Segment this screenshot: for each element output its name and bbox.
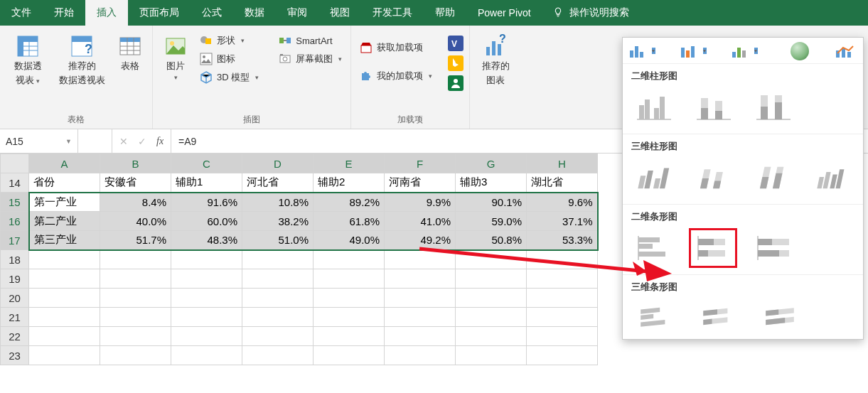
- percent-stacked-bar-option[interactable]: [752, 232, 793, 264]
- cell[interactable]: 53.3%: [527, 231, 598, 250]
- cell[interactable]: 41.0%: [385, 212, 456, 231]
- table-row[interactable]: 20: [1, 289, 598, 308]
- clustered-bar-option[interactable]: [633, 232, 674, 264]
- cell[interactable]: 50.8%: [456, 231, 527, 250]
- cell[interactable]: 辅助3: [456, 173, 527, 193]
- tab-review[interactable]: 审阅: [276, 0, 318, 26]
- screenshot-button[interactable]: 屏幕截图▾: [276, 51, 345, 67]
- cell[interactable]: 91.6%: [171, 193, 242, 212]
- cell[interactable]: 59.0%: [456, 212, 527, 231]
- tab-insert[interactable]: 插入: [85, 0, 128, 26]
- people-icon[interactable]: [448, 75, 464, 91]
- cell[interactable]: 省份: [29, 173, 100, 193]
- cell[interactable]: 38.2%: [242, 212, 314, 231]
- cell[interactable]: 辅助1: [171, 173, 242, 193]
- row-header[interactable]: 23: [1, 346, 29, 365]
- cell[interactable]: 48.3%: [171, 231, 242, 250]
- table-row[interactable]: 22: [1, 327, 598, 346]
- col-header[interactable]: H: [527, 154, 598, 173]
- cancel-formula-icon[interactable]: ✕: [119, 136, 128, 147]
- row-header[interactable]: 22: [1, 327, 29, 346]
- cell[interactable]: 89.2%: [314, 193, 385, 212]
- get-addins-button[interactable]: 获取加载项: [357, 40, 435, 55]
- cell[interactable]: 辅助2: [314, 173, 385, 193]
- clustered-column-option[interactable]: [633, 91, 674, 124]
- stacked-column-3d-option[interactable]: [692, 161, 734, 194]
- table-row[interactable]: 19: [1, 269, 598, 289]
- table-row[interactable]: 14 省份 安徽省 辅助1 河北省 辅助2 河南省 辅助3 湖北省: [1, 173, 598, 193]
- row-header[interactable]: 21: [1, 308, 29, 327]
- fx-icon[interactable]: fx: [156, 136, 164, 147]
- tab-powerpivot[interactable]: Power Pivot: [466, 0, 542, 26]
- my-addins-button[interactable]: 我的加载项▾: [357, 68, 435, 84]
- stacked-column-option[interactable]: [692, 91, 734, 124]
- combo-chart-button[interactable]: [835, 43, 856, 59]
- col-header[interactable]: D: [242, 154, 314, 173]
- tab-help[interactable]: 帮助: [424, 0, 466, 26]
- column-chart-split-button[interactable]: ▾: [630, 45, 648, 58]
- row-header[interactable]: 20: [1, 289, 29, 308]
- column-3d-option[interactable]: [812, 161, 853, 194]
- clustered-bar-3d-option[interactable]: [633, 302, 677, 335]
- hist-chart-split-button[interactable]: ▾: [732, 45, 751, 58]
- table-button[interactable]: 表格: [114, 31, 146, 75]
- tab-layout[interactable]: 页面布局: [128, 0, 191, 26]
- row-header[interactable]: 18: [1, 250, 29, 269]
- tab-formulas[interactable]: 公式: [191, 0, 233, 26]
- stacked-bar-3d-option[interactable]: [695, 302, 739, 335]
- shapes-button[interactable]: 形状▾: [197, 33, 262, 48]
- model3d-button[interactable]: 3D 模型▾: [197, 70, 262, 85]
- pivot-table-button[interactable]: 数据透 视表 ▾: [6, 31, 50, 90]
- row-header[interactable]: 15: [1, 193, 29, 212]
- recommended-charts-button[interactable]: ? 推荐的 图表: [476, 31, 515, 90]
- table-row[interactable]: 17 第三产业 51.7% 48.3% 51.0% 49.0% 49.2% 50…: [1, 231, 598, 250]
- table-row[interactable]: 23: [1, 346, 598, 365]
- name-box[interactable]: A15 ▼: [0, 129, 78, 153]
- table-row[interactable]: 18: [1, 250, 598, 269]
- cell[interactable]: 90.1%: [456, 193, 527, 212]
- cell[interactable]: 51.7%: [100, 231, 171, 250]
- col-header[interactable]: B: [100, 154, 171, 173]
- cell[interactable]: 9.6%: [527, 193, 598, 212]
- percent-stacked-column-3d-option[interactable]: [752, 161, 793, 194]
- cell[interactable]: 49.0%: [314, 231, 385, 250]
- tab-home[interactable]: 开始: [43, 0, 85, 26]
- row-header[interactable]: 14: [1, 173, 29, 193]
- clustered-column-3d-option[interactable]: [633, 161, 674, 194]
- icons-button[interactable]: 图标: [197, 51, 262, 67]
- cell[interactable]: 37.1%: [527, 212, 598, 231]
- tell-me-search[interactable]: 操作说明搜索: [542, 0, 639, 26]
- cell[interactable]: 49.2%: [385, 231, 456, 250]
- cell[interactable]: 河北省: [242, 173, 314, 193]
- cell[interactable]: 40.0%: [100, 212, 171, 231]
- col-header[interactable]: E: [314, 154, 385, 173]
- cell[interactable]: 第三产业: [29, 231, 100, 250]
- row-header[interactable]: 16: [1, 212, 29, 231]
- cell[interactable]: 61.8%: [314, 212, 385, 231]
- enter-formula-icon[interactable]: ✓: [138, 136, 146, 147]
- cell[interactable]: 51.0%: [242, 231, 314, 250]
- pictures-button[interactable]: 图片 ▾: [159, 31, 193, 84]
- grid[interactable]: A B C D E F G H 14 省份 安徽省 辅助1 河北省 辅助2 河南…: [0, 154, 599, 365]
- cell[interactable]: 湖北省: [527, 173, 598, 193]
- tab-developer[interactable]: 开发工具: [361, 0, 424, 26]
- bing-icon[interactable]: [448, 55, 464, 71]
- table-row[interactable]: 16 第二产业 40.0% 60.0% 38.2% 61.8% 41.0% 59…: [1, 212, 598, 231]
- bar-chart-split-button[interactable]: ▾: [681, 45, 700, 58]
- tab-view[interactable]: 视图: [318, 0, 361, 26]
- percent-stacked-column-option[interactable]: [752, 91, 793, 124]
- stacked-bar-option[interactable]: [692, 232, 734, 264]
- recommended-pivot-button[interactable]: ? 推荐的 数据透视表: [54, 31, 109, 90]
- cell[interactable]: 河南省: [385, 173, 456, 193]
- col-header[interactable]: A: [29, 154, 100, 173]
- visio-icon[interactable]: V: [448, 36, 464, 51]
- col-header[interactable]: G: [456, 154, 527, 173]
- cell[interactable]: 8.4%: [100, 193, 171, 212]
- row-header[interactable]: 17: [1, 231, 29, 250]
- cell[interactable]: 安徽省: [100, 173, 171, 193]
- map-chart-button[interactable]: [791, 42, 809, 60]
- col-header[interactable]: F: [385, 154, 456, 173]
- cell[interactable]: 第一产业: [29, 193, 100, 212]
- tab-file[interactable]: 文件: [0, 0, 43, 26]
- tab-data[interactable]: 数据: [233, 0, 276, 26]
